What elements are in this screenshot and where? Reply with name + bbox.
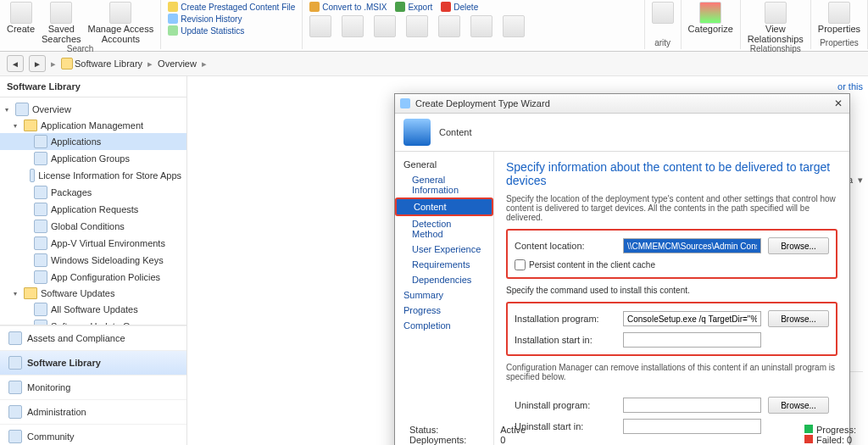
convert-icon	[309, 2, 320, 12]
tree-item-label: Applications	[51, 136, 101, 147]
ribbon-icon-4[interactable]	[406, 15, 428, 37]
tree-item-packages[interactable]: Packages	[0, 184, 186, 201]
install-program-block: Installation program: Browse... Installa…	[506, 302, 837, 356]
wunderbar-label: Software Library	[27, 358, 101, 368]
wizard-step-summary[interactable]: Summary	[395, 287, 493, 303]
create-icon	[10, 2, 32, 24]
wizard-step-user-experience[interactable]: User Experience	[395, 242, 493, 257]
properties-icon	[828, 2, 850, 24]
content-location-input[interactable]	[623, 238, 761, 253]
properties-button[interactable]: Properties	[818, 2, 860, 34]
wizard-subtext: Specify the location of the deployment t…	[506, 194, 837, 222]
node-icon	[34, 303, 47, 316]
ribbon-group-search-label: Search	[67, 44, 94, 53]
tree-item-app-v-virtual-environments[interactable]: App-V Virtual Environments	[0, 235, 186, 252]
folder-icon	[24, 120, 37, 131]
persist-cache-row: Persist content in the client cache	[515, 259, 829, 270]
status-row: Status: Deployments: Active 0 Progress: …	[403, 421, 863, 445]
ribbon-icon-7[interactable]	[503, 15, 525, 37]
wizard-heading: Specify information about the content to…	[506, 160, 837, 187]
wunderbar-label: Community	[27, 431, 75, 442]
wizard-close-button[interactable]: ✕	[832, 97, 844, 109]
ribbon-icon-3[interactable]	[374, 15, 396, 37]
wunderbar-icon	[8, 430, 22, 443]
tree-item-application-requests[interactable]: Application Requests	[0, 201, 186, 218]
install-program-input[interactable]	[623, 311, 761, 326]
main-area: or this × Search Add Criteria ▾ Delete C…	[187, 76, 868, 445]
view-relationships-label: View Relationships	[748, 24, 804, 44]
status-label: Status:	[409, 425, 438, 435]
wunderbar-icon	[8, 405, 22, 419]
saved-searches-label: Saved Searches	[42, 24, 81, 44]
wizard-step-completion[interactable]: Completion	[395, 318, 493, 333]
uninstall-program-input[interactable]	[623, 398, 761, 413]
ribbon-icon-5[interactable]	[438, 15, 460, 37]
ribbon-icon-1[interactable]	[309, 15, 331, 37]
wunderbar-administration[interactable]: Administration	[0, 399, 186, 424]
uninstall-note: Configuration Manager can remove install…	[506, 363, 837, 381]
tree-item-application-management[interactable]: ▾Application Management	[0, 118, 186, 133]
categorize-icon	[699, 2, 721, 24]
wizard-step-general-information[interactable]: General Information	[395, 172, 493, 197]
tree-item-windows-sideloading-keys[interactable]: Windows Sideloading Keys	[0, 252, 186, 269]
tree-item-label: Packages	[51, 187, 92, 197]
tree-item-label: Application Requests	[51, 204, 138, 214]
ribbon-group-relationships: View Relationships Relationships	[741, 0, 811, 49]
wizard-step-progress[interactable]: Progress	[395, 303, 493, 318]
manage-access-icon	[109, 2, 131, 24]
tree-item-license-information-for-store-apps[interactable]: License Information for Store Apps	[0, 167, 186, 184]
breadcrumb-root[interactable]: Software Library	[75, 58, 142, 69]
tree-item-software-update-groups[interactable]: Software Update Groups	[0, 318, 186, 325]
revision-history-button[interactable]: Revision History	[168, 14, 295, 24]
categorize-label: Categorize	[688, 24, 733, 34]
nav-fwd-button[interactable]: ►	[29, 55, 46, 72]
wizard-icon	[400, 98, 410, 108]
wizard-step-dependencies[interactable]: Dependencies	[395, 272, 493, 287]
tree-item-all-software-updates[interactable]: All Software Updates	[0, 301, 186, 318]
update-stats-button[interactable]: Update Statistics	[168, 25, 295, 36]
install-start-input[interactable]	[623, 332, 761, 348]
delete-button[interactable]: Delete	[441, 2, 478, 12]
install-start-label: Installation start in:	[515, 335, 616, 345]
arity-icon[interactable]	[652, 2, 674, 24]
manage-access-button[interactable]: Manage Access Accounts	[88, 2, 154, 44]
view-relationships-button[interactable]: View Relationships	[748, 2, 804, 44]
saved-searches-button[interactable]: Saved Searches	[42, 2, 81, 44]
navigation-tree[interactable]: ▾Overview▾Application ManagementApplicat…	[0, 97, 186, 325]
export-button[interactable]: Export	[395, 2, 432, 12]
ribbon-icon-6[interactable]	[470, 15, 492, 37]
wunderbar-assets-and-compliance[interactable]: Assets and Compliance	[0, 325, 186, 350]
tree-item-software-updates[interactable]: ▾Software Updates	[0, 286, 186, 301]
wizard-step-requirements[interactable]: Requirements	[395, 257, 493, 272]
ribbon-icon-2[interactable]	[342, 15, 364, 37]
wunderbar-software-library[interactable]: Software Library	[0, 350, 186, 375]
wizard-step-detection-method[interactable]: Detection Method	[395, 216, 493, 242]
wizard-step-general[interactable]: General	[395, 157, 493, 172]
file-icon	[168, 2, 178, 12]
breadcrumb: ◄ ► ▸ Software Library ▸ Overview ▸	[0, 52, 868, 76]
categorize-button[interactable]: Categorize	[688, 2, 733, 34]
create-prestaged-button[interactable]: Create Prestaged Content File	[168, 2, 295, 12]
tree-item-overview[interactable]: ▾Overview	[0, 101, 186, 118]
tree-item-applications[interactable]: Applications	[0, 133, 186, 150]
tree-item-global-conditions[interactable]: Global Conditions	[0, 218, 186, 235]
status-value: Active	[500, 425, 526, 435]
tree-item-app-configuration-policies[interactable]: App Configuration Policies	[0, 269, 186, 286]
install-program-browse-button[interactable]: Browse...	[768, 310, 829, 327]
create-button[interactable]: Create	[7, 2, 35, 44]
wunderbar-community[interactable]: Community	[0, 424, 186, 445]
delete-icon	[441, 2, 451, 12]
uninstall-browse-button[interactable]: Browse...	[768, 397, 829, 414]
failed-value: 0	[847, 435, 852, 445]
wunderbar-monitoring[interactable]: Monitoring	[0, 375, 186, 399]
tree-item-application-groups[interactable]: Application Groups	[0, 150, 186, 167]
nav-back-button[interactable]: ◄	[7, 55, 24, 72]
workspace: Software Library ▾Overview▾Application M…	[0, 76, 868, 445]
properties-group-label: Properties	[820, 38, 859, 47]
convert-msix-button[interactable]: Convert to .MSIX	[309, 2, 387, 12]
content-location-browse-button[interactable]: Browse...	[768, 237, 829, 254]
breadcrumb-overview[interactable]: Overview	[158, 58, 197, 69]
persist-cache-checkbox[interactable]	[515, 259, 526, 270]
wizard-step-content[interactable]: Content	[395, 197, 493, 216]
wunderbar-label: Administration	[27, 407, 86, 417]
